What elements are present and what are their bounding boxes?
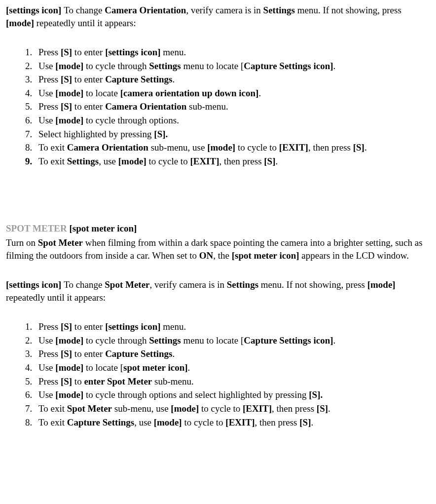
step-item: To exit Capture Settings, use [mode] to …	[35, 416, 430, 429]
step-item: Use [mode] to cycle through options and …	[35, 388, 430, 401]
step-item: Press [S] to enter Capture Settings.	[35, 348, 430, 360]
spot-meter-heading-label: SPOT METER	[6, 223, 69, 233]
spot-meter-steps: Press [S] to enter [settings icon] menu.…	[6, 320, 430, 428]
step-item: Press [S] to enter Camera Orientation su…	[35, 100, 430, 113]
step-item: Press [S] to enter [settings icon] menu.	[35, 320, 430, 333]
step-item: Press [S] to enter [settings icon] menu.	[35, 46, 430, 59]
spot-meter-intro: [settings icon] To change Spot Meter, ve…	[6, 278, 430, 304]
step-item: To exit Settings, use [mode] to cycle to…	[35, 155, 430, 168]
step-item: Use [mode] to cycle through options.	[35, 114, 430, 127]
camera-orientation-intro: [settings icon] To change Camera Orienta…	[6, 4, 430, 29]
step-item: Use [mode] to locate [spot meter icon].	[35, 361, 430, 374]
step-item: Use [mode] to cycle through Settings men…	[35, 334, 430, 347]
step-item: Use [mode] to cycle through Settings men…	[35, 60, 430, 73]
step-item: Press [S] to enter Capture Settings.	[35, 73, 430, 86]
blank-line	[6, 264, 430, 277]
spot-meter-heading: SPOT METER [spot meter icon]	[6, 222, 430, 235]
blank-line	[6, 306, 430, 319]
step-item: To exit Camera Orientation sub-menu, use…	[35, 141, 430, 154]
camera-orientation-steps: Press [S] to enter [settings icon] menu.…	[6, 46, 430, 168]
step-item: Use [mode] to locate [camera orientation…	[35, 87, 430, 100]
step-item: Select highlighted by pressing [S].	[35, 128, 430, 141]
step-item: Press [S] to enter Spot Meter sub-menu.	[35, 375, 430, 388]
step-item: To exit Spot Meter sub-menu, use [mode] …	[35, 402, 430, 415]
spot-meter-description: Turn on Spot Meter when filming from wit…	[6, 236, 430, 262]
blank-line	[6, 31, 430, 44]
spot-meter-icon-label: [spot meter icon]	[69, 223, 137, 233]
